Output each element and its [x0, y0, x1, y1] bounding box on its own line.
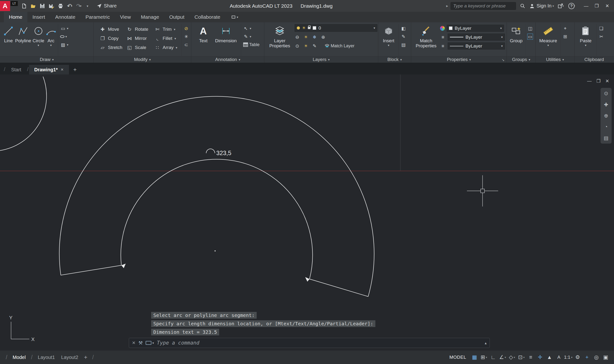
close-icon[interactable]: ✕: [61, 67, 64, 72]
file-tab-drawing1[interactable]: Drawing1* ✕: [29, 65, 69, 74]
ribbon-display-toggle[interactable]: ▾: [232, 12, 238, 22]
panel-label-annotation[interactable]: Annotation▾: [191, 56, 264, 63]
group-edit-button[interactable]: ▭: [527, 33, 533, 40]
fillet-button[interactable]: ◟Fillet▾: [154, 34, 180, 43]
copy-button[interactable]: ❐Copy: [99, 34, 126, 43]
pan-icon[interactable]: ✚: [604, 102, 608, 108]
recent-commands-button[interactable]: ▴: [485, 341, 487, 345]
multileader-button[interactable]: ✎▾: [243, 33, 259, 40]
dialog-launcher-icon[interactable]: ↘: [502, 58, 505, 62]
tab-view[interactable]: View: [115, 12, 136, 22]
steering-wheel-icon[interactable]: ⊙: [604, 91, 608, 96]
annotation-visibility-toggle[interactable]: ▲: [545, 352, 554, 362]
quick-calc-button[interactable]: ⊞: [562, 33, 568, 40]
minimize-button[interactable]: —: [581, 1, 591, 11]
panel-label-modify[interactable]: Modify▾: [94, 56, 191, 63]
layer-dropdown[interactable]: ☀ 0 ▾: [295, 24, 377, 32]
isodraft-toggle[interactable]: ◇▾: [507, 352, 517, 362]
lineweight-dropdown[interactable]: ByLayer ▾: [448, 34, 505, 40]
insert-button[interactable]: Insert ▾: [380, 24, 397, 56]
panel-label-layers[interactable]: Layers▾: [264, 56, 378, 63]
rotate-button[interactable]: ↻Rotate: [126, 25, 154, 34]
workspace-switching-button[interactable]: ⚙: [573, 352, 582, 362]
command-input[interactable]: [157, 340, 482, 346]
leader-button[interactable]: ↖▾: [243, 25, 259, 31]
command-close-icon[interactable]: ✕: [132, 340, 136, 346]
save-as-button[interactable]: [47, 2, 56, 10]
block-manager-button[interactable]: ▤: [401, 41, 406, 48]
file-tab-start[interactable]: Start: [6, 65, 27, 74]
inner-arc[interactable]: [121, 159, 313, 279]
table-button[interactable]: Table: [243, 41, 259, 48]
tab-manage[interactable]: Manage: [136, 12, 164, 22]
chevron-right-icon[interactable]: ▸: [446, 4, 448, 8]
explode-button[interactable]: ✳: [183, 33, 189, 40]
right-connector-line[interactable]: [310, 279, 368, 297]
redo-button[interactable]: ↷▾: [74, 2, 83, 10]
tab-parametric[interactable]: Parametric: [81, 12, 115, 22]
polar-tracking-toggle[interactable]: ∠▾: [498, 352, 507, 362]
tab-collaborate[interactable]: Collaborate: [189, 12, 225, 22]
outer-arc[interactable]: [59, 96, 374, 297]
mirror-button[interactable]: ⋈Mirror: [126, 34, 154, 43]
layout2-tab[interactable]: Layout2: [58, 355, 81, 360]
new-drawing-button[interactable]: +: [71, 65, 79, 74]
arc-button[interactable]: Arc ▾: [45, 24, 57, 56]
panel-label-clipboard[interactable]: Clipboard: [574, 56, 614, 63]
match-properties-button[interactable]: Match Properties: [414, 24, 438, 56]
plot-button[interactable]: [56, 2, 65, 10]
left-connector-line[interactable]: [61, 265, 121, 275]
measure-button[interactable]: Measure ▾: [537, 24, 559, 56]
stretch-button[interactable]: ▱Stretch: [99, 43, 126, 52]
array-button[interactable]: ∷Array▾: [154, 43, 180, 52]
lineweight-toggle[interactable]: ≡: [526, 352, 535, 362]
copy-clip-button[interactable]: ❏: [598, 25, 604, 31]
grid-toggle[interactable]: ▦: [470, 352, 479, 362]
line-button[interactable]: Line: [2, 24, 14, 56]
rectangle-button[interactable]: ▭▾: [60, 25, 68, 31]
id-point-button[interactable]: ⌖: [562, 25, 568, 31]
tab-home[interactable]: Home: [4, 12, 27, 22]
maximize-button[interactable]: ❐: [591, 1, 602, 11]
search-input[interactable]: [450, 2, 516, 10]
partial-arc-topleft[interactable]: [0, 77, 47, 151]
snap-toggle[interactable]: ⊞▾: [479, 352, 488, 362]
clean-screen-button[interactable]: ▣: [601, 352, 610, 362]
group-button[interactable]: Group: [508, 24, 524, 56]
paste-button[interactable]: Paste ▾: [576, 24, 595, 56]
ellipse-button[interactable]: ▾: [60, 33, 68, 40]
panel-label-groups[interactable]: Groups▾: [507, 56, 535, 63]
layer-lock-button[interactable]: ⊕: [321, 34, 326, 40]
linetype-dropdown[interactable]: ByLayer ▾: [448, 42, 505, 50]
search-button[interactable]: [518, 2, 527, 10]
layer-properties-button[interactable]: Layer Properties: [266, 24, 293, 56]
undo-button[interactable]: ↶▾: [65, 2, 74, 10]
zoom-icon[interactable]: ⊕: [604, 113, 608, 119]
panel-label-draw[interactable]: Draw▾: [0, 56, 94, 63]
ortho-toggle[interactable]: ∟: [489, 352, 498, 362]
tab-output[interactable]: Output: [164, 12, 189, 22]
erase-button[interactable]: ⊘: [183, 25, 189, 31]
scale-button[interactable]: ◱Scale: [126, 43, 154, 52]
app-menu-button[interactable]: A LT: [0, 0, 19, 12]
move-button[interactable]: ✚Move: [99, 25, 126, 34]
viewport-close-icon[interactable]: ✕: [605, 78, 609, 84]
tab-insert[interactable]: Insert: [27, 12, 50, 22]
isolate-objects-button[interactable]: ◎: [592, 352, 601, 362]
layer-unisolate-button[interactable]: ⊙: [295, 43, 300, 49]
panel-label-block[interactable]: Block▾: [378, 56, 411, 63]
command-recent-icon[interactable]: ▾: [146, 341, 154, 345]
model-tab[interactable]: Model: [10, 355, 28, 360]
layer-walk-button[interactable]: ✎: [312, 43, 317, 49]
circle-button[interactable]: Circle ▾: [32, 24, 45, 56]
panel-label-properties[interactable]: Properties▾ ↘: [411, 56, 506, 63]
model-space-badge[interactable]: MODEL: [449, 355, 466, 360]
orbit-icon[interactable]: ◔: [605, 124, 608, 130]
snap-tracking-toggle[interactable]: ✛: [536, 352, 545, 362]
customization-button[interactable]: +: [583, 352, 591, 362]
layout1-tab[interactable]: Layout1: [35, 355, 58, 360]
text-button[interactable]: A Text: [195, 24, 212, 56]
close-button[interactable]: ✕: [602, 1, 613, 11]
cut-button[interactable]: ✂: [598, 33, 604, 40]
open-file-button[interactable]: [29, 2, 38, 10]
